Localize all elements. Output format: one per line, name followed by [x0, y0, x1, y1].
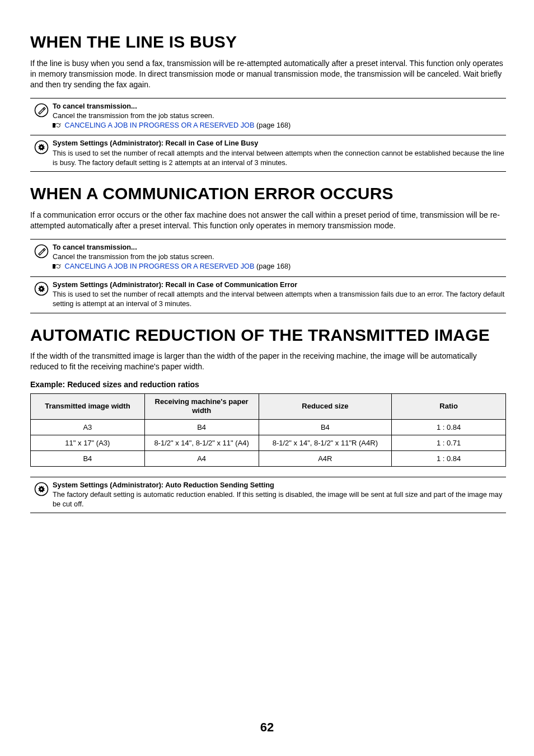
gear-icon — [30, 139, 53, 154]
gear-icon — [30, 280, 53, 296]
note-recall-busy: System Settings (Administrator): Recall … — [30, 135, 506, 172]
link-pointer-icon — [53, 263, 62, 273]
svg-point-3 — [40, 147, 42, 148]
note-recall-error: System Settings (Administrator): Recall … — [30, 277, 506, 313]
svg-point-7 — [40, 288, 42, 289]
td: 8-1/2" x 14", 8-1/2" x 11"R (A4R) — [259, 435, 392, 450]
td: 8-1/2" x 14", 8-1/2" x 11" (A4) — [144, 435, 259, 450]
note-recall-error-title: System Settings (Administrator): Recall … — [53, 280, 506, 290]
link-cancel-job[interactable]: CANCELING A JOB IN PROGRESS OR A RESERVE… — [65, 121, 255, 129]
td: A4R — [259, 450, 392, 466]
table-row: 11" x 17" (A3) 8-1/2" x 14", 8-1/2" x 11… — [31, 435, 506, 450]
td: A4 — [144, 450, 259, 466]
heading-comm-error: WHEN A COMMUNICATION ERROR OCCURS — [30, 184, 506, 203]
td: 1 : 0.84 — [392, 419, 506, 435]
note-recall-error-body: This is used to set the number of recall… — [53, 290, 504, 308]
td: B4 — [144, 419, 259, 435]
pencil-icon — [30, 243, 53, 259]
td: 1 : 0.71 — [392, 435, 506, 450]
document-page: WHEN THE LINE IS BUSY If the line is bus… — [0, 0, 534, 756]
th-ratio: Ratio — [392, 394, 506, 420]
td: B4 — [259, 419, 392, 435]
body-comm-error: If a communication error occurs or the o… — [30, 210, 506, 231]
page-ref: (page 168) — [254, 262, 291, 270]
td: 11" x 17" (A3) — [31, 435, 145, 450]
note-auto-reduction-title: System Settings (Administrator): Auto Re… — [53, 481, 506, 490]
td: 1 : 0.84 — [392, 450, 506, 466]
body-line-busy: If the line is busy when you send a fax,… — [30, 58, 506, 90]
note-auto-reduction-body: The factory default setting is automatic… — [53, 491, 502, 508]
note-recall-busy-title: System Settings (Administrator): Recall … — [53, 139, 506, 148]
link-pointer-icon — [53, 122, 62, 132]
note-cancel-title: To cancel transmission... — [53, 102, 506, 111]
pencil-icon — [30, 102, 53, 118]
note-auto-reduction-setting: System Settings (Administrator): Auto Re… — [30, 477, 506, 514]
note-cancel-error-title: To cancel transmission... — [53, 243, 506, 252]
th-transmitted-width: Transmitted image width — [31, 394, 145, 420]
heading-line-busy: WHEN THE LINE IS BUSY — [30, 32, 506, 51]
table-header-row: Transmitted image width Receiving machin… — [31, 394, 506, 420]
note-cancel-busy: To cancel transmission... Cancel the tra… — [30, 98, 506, 136]
table-caption: Example: Reduced sizes and reduction rat… — [30, 380, 506, 389]
note-recall-busy-body: This is used to set the number of recall… — [53, 149, 504, 167]
reduction-table: Transmitted image width Receiving machin… — [30, 393, 506, 467]
svg-point-9 — [40, 488, 42, 490]
note-cancel-line: Cancel the transmission from the job sta… — [53, 112, 214, 120]
gear-icon — [30, 481, 53, 496]
note-cancel-error-line: Cancel the transmission from the job sta… — [53, 253, 214, 261]
th-reduced-size: Reduced size — [259, 394, 392, 420]
note-cancel-error: To cancel transmission... Cancel the tra… — [30, 239, 506, 277]
page-number: 62 — [0, 720, 534, 735]
page-ref: (page 168) — [254, 121, 291, 129]
td: B4 — [31, 450, 145, 466]
table-row: A3 B4 B4 1 : 0.84 — [31, 419, 506, 435]
heading-auto-reduction: AUTOMATIC REDUCTION OF THE TRANSMITTED I… — [30, 326, 506, 345]
body-auto-reduction: If the width of the transmitted image is… — [30, 351, 506, 372]
table-row: B4 A4 A4R 1 : 0.84 — [31, 450, 506, 466]
td: A3 — [31, 419, 145, 435]
th-receiving-width: Receiving machine's paper width — [144, 394, 259, 420]
link-cancel-job[interactable]: CANCELING A JOB IN PROGRESS OR A RESERVE… — [65, 262, 255, 270]
